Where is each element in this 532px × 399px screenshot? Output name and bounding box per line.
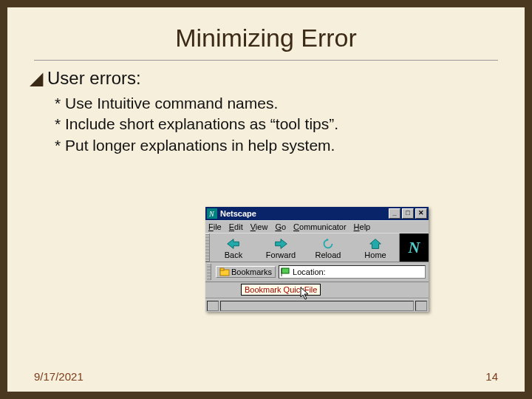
reload-icon [320, 237, 336, 250]
list-item: Put longer explanations in help system. [55, 135, 498, 156]
reload-label: Reload [316, 250, 341, 259]
lead-line: ◢User errors: [30, 68, 498, 89]
footer-date: 9/17/2021 [34, 370, 83, 383]
menu-edit[interactable]: Edit [229, 222, 243, 231]
menu-view[interactable]: View [250, 222, 268, 231]
list-item: Include short explanations as “tool tips… [55, 114, 498, 134]
location-label: Location: [293, 267, 326, 276]
reload-button[interactable]: Reload [304, 233, 352, 262]
bookmarks-button[interactable]: Bookmarks [216, 266, 276, 278]
divider [34, 60, 498, 61]
status-icon-seg [207, 301, 219, 311]
bookmark-icon [219, 267, 230, 276]
slide: Minimizing Error ◢User errors: Use Intui… [7, 7, 525, 392]
close-button[interactable]: ✕ [415, 208, 427, 219]
maximize-button[interactable]: □ [402, 208, 414, 219]
footer: 9/17/2021 14 [34, 370, 498, 383]
forward-label: Forward [266, 250, 296, 259]
location-bar: Bookmarks Location: [205, 262, 429, 282]
status-text-seg [220, 301, 414, 311]
statusbar [205, 299, 429, 312]
locbar-grip[interactable] [207, 264, 211, 280]
forward-button[interactable]: Forward [257, 233, 304, 262]
menu-communicator[interactable]: Communicator [293, 222, 347, 231]
bookmarks-label: Bookmarks [231, 267, 272, 276]
lead-text: User errors: [47, 68, 141, 88]
list-item: Use Intuitive command names. [55, 93, 498, 114]
home-button[interactable]: Home [352, 233, 399, 262]
location-input[interactable]: Location: [279, 265, 426, 279]
menu-go[interactable]: Go [275, 222, 286, 231]
netscape-window: N Netscape _ □ ✕ File Edit View Go Commu… [205, 207, 429, 312]
location-flag-icon [281, 267, 291, 276]
forward-arrow-icon [273, 237, 289, 250]
toolbar: Back Forward Reload Home N [205, 233, 429, 262]
slide-body: ◢User errors: Use Intuitive command name… [7, 65, 525, 156]
back-arrow-icon [225, 237, 242, 250]
bullet-icon: ◢ [30, 68, 43, 88]
footer-page: 14 [485, 370, 498, 383]
slide-title: Minimizing Error [7, 24, 525, 52]
window-controls: _ □ ✕ [389, 208, 427, 219]
svg-rect-3 [220, 268, 224, 270]
app-icon: N [207, 208, 217, 219]
tooltip: Bookmark QuickFile [241, 284, 321, 296]
svg-rect-4 [282, 268, 289, 273]
throbber-icon: N [399, 233, 429, 262]
back-label: Back [225, 250, 242, 259]
sub-list: Use Intuitive command names. Include sho… [55, 93, 498, 156]
svg-text:N: N [208, 210, 215, 218]
menu-help[interactable]: Help [354, 222, 371, 231]
window-title: Netscape [220, 209, 389, 218]
back-button[interactable]: Back [210, 233, 257, 262]
toolbar-buttons: Back Forward Reload Home [210, 233, 399, 262]
menubar: File Edit View Go Communicator Help [205, 220, 429, 233]
minimize-button[interactable]: _ [389, 208, 400, 219]
home-label: Home [364, 250, 386, 259]
tooltip-row: Bookmark QuickFile [205, 282, 429, 299]
titlebar[interactable]: N Netscape _ □ ✕ [205, 207, 429, 220]
status-lock-seg [415, 301, 427, 311]
home-icon [367, 237, 383, 250]
menu-file[interactable]: File [208, 222, 222, 231]
